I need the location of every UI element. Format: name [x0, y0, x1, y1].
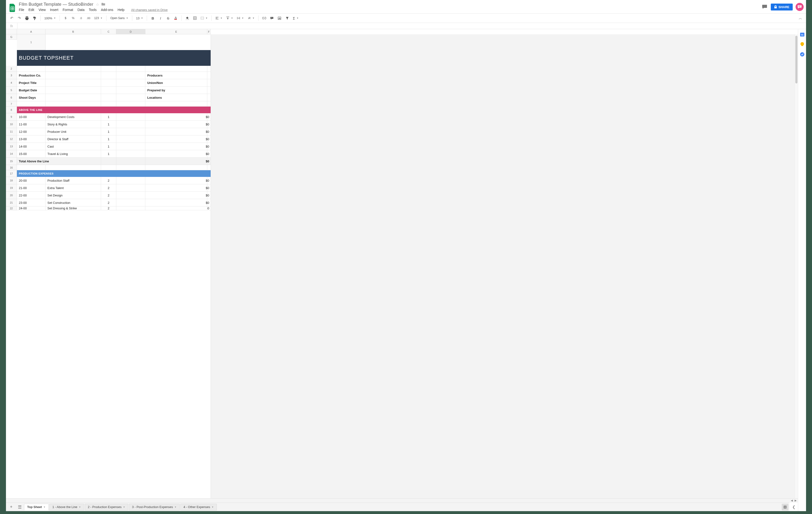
cell[interactable] [116, 192, 145, 199]
cell[interactable] [116, 94, 145, 101]
currency-icon[interactable]: $ [62, 15, 69, 22]
cell[interactable] [145, 66, 207, 72]
cell[interactable] [101, 158, 116, 165]
row-header[interactable]: 11 [6, 128, 17, 135]
chat-floating-icon[interactable] [795, 3, 804, 11]
strikethrough-icon[interactable]: S [165, 15, 171, 22]
spreadsheet-grid[interactable]: ABCDEFG1BUDGET TOPSHEET23Production Co.P… [6, 29, 798, 498]
cell[interactable]: Production Co. [17, 72, 46, 79]
cell[interactable]: Project Title [17, 79, 46, 86]
menu-view[interactable]: View [38, 8, 46, 12]
cell[interactable] [116, 143, 145, 150]
sheet-tab[interactable]: 2 - Production Expenses▼ [85, 504, 128, 510]
add-sheet-button[interactable]: + [7, 503, 16, 511]
row-header[interactable]: 9 [6, 113, 17, 120]
menu-tools[interactable]: Tools [89, 8, 97, 12]
grid-corner[interactable] [6, 29, 17, 34]
cell[interactable] [145, 101, 207, 107]
v-align-icon[interactable]: ▼ [225, 15, 234, 21]
cell-code[interactable]: 23-00 [17, 199, 46, 207]
document-title[interactable]: FIlm Budget Template — StudioBinder [19, 2, 93, 7]
cell-code[interactable]: 21-00 [17, 184, 46, 192]
row-header[interactable]: 17 [6, 170, 17, 177]
text-color-icon[interactable]: A [172, 15, 179, 22]
cell[interactable] [116, 66, 145, 72]
insert-comment-icon[interactable] [268, 15, 275, 22]
row-header[interactable]: 21 [6, 199, 17, 207]
cell-qty[interactable]: 2 [101, 192, 116, 199]
cell-code[interactable]: 15-00 [17, 150, 46, 158]
row-header[interactable]: 6 [6, 94, 17, 101]
cell[interactable] [116, 135, 145, 143]
cell-desc[interactable]: Travel & Living [46, 150, 101, 158]
cell-desc[interactable]: Producer Unit [46, 128, 101, 135]
cell[interactable] [116, 101, 145, 107]
menu-insert[interactable]: Insert [50, 8, 58, 12]
cell[interactable] [145, 165, 207, 170]
undo-icon[interactable]: ↶ [8, 15, 15, 22]
sheet-tab[interactable]: 3 - Post-Production Expenses▼ [129, 504, 180, 510]
cell[interactable] [46, 86, 101, 94]
cell[interactable] [116, 184, 145, 192]
all-sheets-button[interactable]: ☰ [16, 503, 24, 511]
cell[interactable] [116, 150, 145, 158]
cell[interactable] [145, 135, 207, 143]
cell-desc[interactable]: Set Dressing & Strike [46, 207, 101, 210]
print-icon[interactable] [24, 15, 30, 22]
cell[interactable] [46, 66, 101, 72]
cell-code[interactable]: 13-00 [17, 135, 46, 143]
cell[interactable] [17, 66, 46, 72]
cell[interactable] [116, 120, 145, 128]
cell[interactable] [101, 66, 116, 72]
number-format-select[interactable]: 123▼ [93, 15, 104, 21]
sidepanel-expand-icon[interactable]: ❮ [789, 503, 798, 511]
cell[interactable]: Producers [145, 72, 207, 79]
tasks-app-icon[interactable] [800, 52, 805, 57]
sheet-tab[interactable]: 1 - Above the Line▼ [49, 504, 84, 510]
menu-addons[interactable]: Add-ons [101, 8, 113, 12]
zoom-select[interactable]: 100%▼ [43, 15, 57, 21]
cell[interactable]: Budget Date [17, 86, 46, 94]
cell[interactable] [145, 113, 207, 120]
h-align-icon[interactable]: ▼ [214, 15, 224, 21]
cell[interactable] [46, 94, 101, 101]
cell-code[interactable]: 11-00 [17, 120, 46, 128]
cell[interactable] [101, 86, 116, 94]
bold-icon[interactable]: B [149, 15, 156, 22]
cell-qty[interactable]: 2 [101, 177, 116, 184]
cell[interactable] [46, 101, 101, 107]
column-header[interactable]: A [17, 29, 46, 34]
sheet-tab[interactable]: 4 - Other Expenses▼ [180, 504, 217, 510]
italic-icon[interactable]: I [157, 15, 164, 22]
cell[interactable] [145, 192, 207, 199]
cell-qty[interactable]: 1 [101, 135, 116, 143]
menu-file[interactable]: File [19, 8, 24, 12]
formula-input[interactable] [18, 23, 806, 29]
decrease-decimal-icon[interactable]: .0 [78, 15, 84, 22]
cell-qty[interactable]: 1 [101, 120, 116, 128]
comments-icon[interactable] [761, 4, 768, 10]
cell[interactable]: Union/Non [145, 79, 207, 86]
cell[interactable] [145, 207, 207, 210]
collapse-toolbar-icon[interactable]: ︿ [797, 15, 804, 22]
menu-help[interactable]: Help [118, 8, 125, 12]
row-header[interactable]: 4 [6, 79, 17, 86]
cell-desc[interactable]: Extra Talent [46, 184, 101, 192]
cell-qty[interactable]: 2 [101, 199, 116, 207]
font-select[interactable]: Open Sans▼ [109, 15, 129, 21]
paint-format-icon[interactable] [31, 15, 38, 22]
cell-code[interactable]: 24-00 [17, 207, 46, 210]
move-folder-icon[interactable] [102, 2, 105, 7]
sheet-tab[interactable]: Top Sheet▼ [24, 504, 49, 510]
cell[interactable] [145, 128, 207, 135]
cell[interactable] [145, 184, 207, 192]
column-header[interactable]: B [46, 29, 101, 34]
percent-icon[interactable]: % [70, 15, 77, 22]
row-header[interactable]: 20 [6, 192, 17, 199]
cell[interactable] [116, 199, 145, 207]
row-header[interactable]: 19 [6, 184, 17, 192]
cell[interactable] [116, 72, 145, 79]
cell[interactable] [145, 120, 207, 128]
text-rotation-icon[interactable]: ▼ [246, 15, 256, 21]
cell-desc[interactable]: Production Staff [46, 177, 101, 184]
